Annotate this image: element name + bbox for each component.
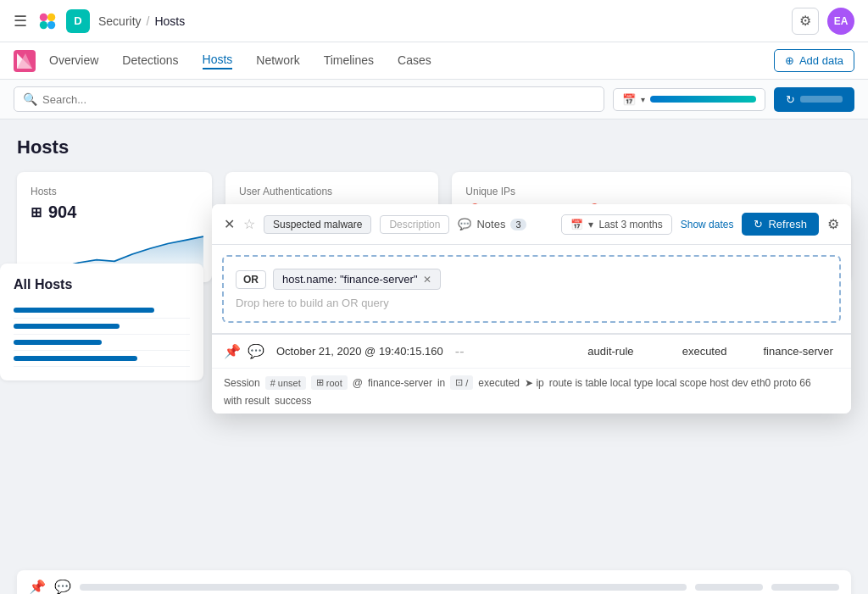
calendar-icon: 📅 [570, 219, 583, 230]
detail-session: Session [224, 377, 260, 389]
svg-point-1 [47, 13, 55, 20]
row-timestamp: October 21, 2020 @ 19:40:15.160 [276, 345, 443, 358]
detail-executed: executed [478, 377, 520, 389]
notes-label: Notes [476, 218, 505, 230]
comment-row-icon[interactable]: 💬 [248, 343, 264, 359]
page-title: Hosts [17, 136, 851, 158]
tab-timelines[interactable]: Timelines [324, 53, 374, 69]
detail-at: @ [353, 377, 363, 389]
top-bar-right: ⚙ EA [792, 8, 854, 35]
ips-label: Unique IPs [465, 186, 837, 197]
svg-point-2 [40, 21, 47, 29]
query-tag-text: host.name: "finance-server" [282, 273, 418, 286]
breadcrumb-current: Hosts [154, 14, 185, 28]
row-separator: -- [455, 344, 465, 359]
all-hosts-section: All Hosts [0, 264, 203, 380]
query-tag-remove-button[interactable]: ✕ [423, 274, 431, 286]
data-row: 📌 💬 October 21, 2020 @ 19:40:15.160 -- a… [212, 335, 851, 369]
bottom-row-behind: 📌 💬 [17, 570, 851, 594]
panel-close-button[interactable]: ✕ [224, 216, 235, 232]
breadcrumb: Security / Hosts [98, 14, 792, 28]
row-action: executed [664, 345, 746, 358]
plus-icon: ⊕ [785, 54, 794, 67]
show-dates-link[interactable]: Show dates [681, 219, 734, 230]
row-icons: 📌 💬 [224, 343, 264, 359]
panel-refresh-button[interactable]: ↻ Refresh [742, 213, 819, 236]
main-content: Hosts Hosts ⊞ 904 [0, 119, 868, 594]
chevron-down-icon: ▾ [641, 95, 645, 104]
grid-icon: ⊞ [316, 377, 324, 388]
refresh-button[interactable]: ↻ [774, 87, 854, 112]
detail-success: success [275, 395, 311, 407]
host-bar [14, 308, 154, 313]
tab-cases[interactable]: Cases [398, 53, 431, 69]
host-bar [14, 356, 137, 361]
panel-star-button[interactable]: ☆ [243, 216, 255, 232]
auth-label: User Authentications [239, 186, 425, 197]
chevron-down-icon: ▾ [588, 219, 593, 230]
detail-host: finance-server [368, 377, 432, 389]
refresh-icon: ↻ [754, 218, 763, 230]
detail-root: ⊞ root [311, 375, 348, 390]
top-bar: ☰ D Security / Hosts ⚙ EA [0, 0, 868, 42]
row-placeholder-3 [771, 584, 839, 591]
tab-detections[interactable]: Detections [122, 53, 178, 69]
date-range-bar [650, 96, 756, 103]
refresh-label [800, 96, 843, 103]
user-avatar[interactable]: EA [827, 8, 854, 35]
date-select[interactable]: 📅 ▾ Last 3 months [561, 214, 671, 235]
panel-tag[interactable]: Suspected malware [264, 215, 371, 234]
query-builder: OR host.name: "finance-server" ✕ Drop he… [222, 255, 841, 323]
pin-icon-behind: 📌 [29, 579, 46, 594]
detail-slash: ⊡ / [450, 375, 473, 390]
panel-toolbar: ✕ ☆ Suspected malware Description 💬 Note… [212, 204, 851, 245]
hash-icon: # [270, 378, 275, 388]
all-hosts-title: All Hosts [14, 277, 190, 292]
date-picker[interactable]: 📅 ▾ [613, 88, 765, 111]
detail-route: route is table local type local scope ho… [549, 377, 811, 389]
gear-button[interactable]: ⚙ [792, 8, 819, 35]
search-input[interactable] [42, 93, 595, 106]
notes-count: 3 [510, 219, 526, 230]
svg-point-3 [47, 21, 55, 29]
refresh-icon: ↻ [786, 93, 795, 106]
tab-overview[interactable]: Overview [49, 53, 98, 69]
list-item [14, 303, 190, 319]
floating-panel: ✕ ☆ Suspected malware Description 💬 Note… [212, 204, 851, 414]
svg-point-0 [40, 13, 47, 20]
detail-in: in [437, 377, 445, 389]
row-category: audit-rule [570, 345, 652, 358]
row-hostname: finance-server [757, 345, 839, 358]
or-badge: OR [236, 270, 266, 289]
host-bar [14, 340, 102, 345]
folder-icon: ⊡ [455, 377, 463, 388]
list-item [14, 319, 190, 335]
panel-settings-button[interactable]: ⚙ [827, 216, 839, 232]
row-placeholder [80, 584, 687, 591]
tab-network[interactable]: Network [256, 53, 299, 69]
elastic-logo [37, 11, 58, 31]
kibana-logo [14, 50, 36, 72]
add-data-button[interactable]: ⊕ Add data [774, 49, 854, 72]
all-hosts-card: All Hosts [0, 264, 203, 380]
detail-arrow: ➤ ip [525, 377, 544, 389]
breadcrumb-parent[interactable]: Security [98, 14, 142, 28]
search-icon: 🔍 [23, 92, 37, 106]
date-range-label: Last 3 months [598, 219, 662, 230]
pin-row-icon[interactable]: 📌 [224, 343, 241, 359]
nav-tabs: Overview Detections Hosts Network Timeli… [49, 53, 774, 69]
tab-hosts[interactable]: Hosts [203, 53, 233, 69]
detail-with: with result [224, 395, 270, 407]
panel-description[interactable]: Description [380, 215, 449, 234]
search-row: 🔍 📅 ▾ ↻ [0, 80, 868, 119]
search-wrap: 🔍 [14, 86, 604, 112]
user-d-badge: D [66, 9, 90, 33]
notes-section[interactable]: 💬 Notes 3 [458, 218, 526, 230]
comment-icon-behind: 💬 [54, 579, 71, 594]
data-row-detail: Session # unset ⊞ root @ finance-server … [212, 369, 851, 414]
hosts-value: ⊞ 904 [31, 203, 198, 222]
query-tag: host.name: "finance-server" ✕ [273, 269, 441, 290]
hamburger-icon[interactable]: ☰ [14, 12, 27, 31]
secondary-nav: Overview Detections Hosts Network Timeli… [0, 42, 868, 80]
hosts-label: Hosts [31, 186, 198, 197]
